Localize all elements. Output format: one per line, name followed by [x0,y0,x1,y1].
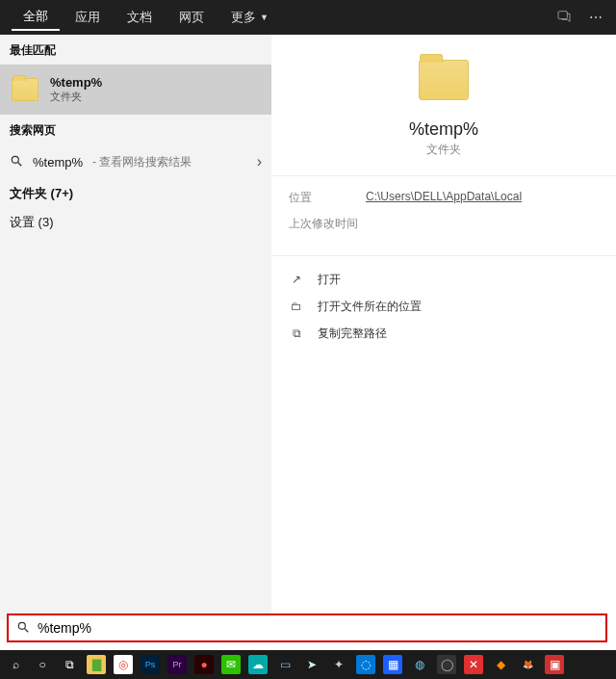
web-search-row[interactable]: %temp% - 查看网络搜索结果 › [0,144,271,179]
category-folders[interactable]: 文件夹 (7+) [0,179,271,208]
taskbar-disc-icon[interactable]: ◯ [437,655,456,674]
taskbar-cloud-icon[interactable]: ☁ [248,655,268,674]
copy-icon: ⧉ [289,326,304,340]
taskbar-puzzle-icon[interactable]: ✦ [329,655,348,674]
action-open-location-label: 打开文件所在的位置 [318,299,422,315]
taskbar-cortana-icon[interactable]: ○ [33,655,52,674]
result-title: %temp% [50,75,102,90]
taskbar: ⌕○⧉▇◎PsPr●✉☁▭➤✦◌▦◍◯✕◆🦊▣ [0,650,616,679]
search-tabs-bar: 全部 应用 文档 网页 更多 ▼ ⋯ [0,0,616,35]
tab-all[interactable]: 全部 [12,4,60,31]
search-main: 最佳匹配 %temp% 文件夹 搜索网页 %temp% - 查看网络搜索结果 ›… [0,35,616,620]
preview-title: %temp% [409,119,478,140]
action-open-location[interactable]: 🗀 打开文件所在的位置 [289,293,599,320]
taskbar-explorer-icon[interactable]: ▇ [87,655,106,674]
preview-actions: ↗ 打开 🗀 打开文件所在的位置 ⧉ 复制完整路径 [271,256,616,356]
preview-header: %temp% 文件夹 [271,35,616,176]
taskbar-red-x-icon[interactable]: ✕ [464,655,483,674]
folder-icon [419,60,469,100]
tab-docs[interactable]: 文档 [116,5,164,30]
svg-point-3 [18,622,25,629]
taskbar-search-box[interactable] [7,614,607,642]
taskbar-premiere-icon[interactable]: Pr [167,655,187,674]
search-web-header: 搜索网页 [0,115,271,144]
best-match-header: 最佳匹配 [0,35,271,65]
more-options-button[interactable]: ⋯ [589,10,604,25]
preview-metadata: 位置 C:\Users\DELL\AppData\Local 上次修改时间 [271,176,616,256]
action-open-label: 打开 [318,272,341,288]
taskbar-blue-circle-icon[interactable]: ◌ [356,655,375,674]
search-input[interactable] [38,620,598,636]
chevron-down-icon: ▼ [260,13,269,22]
action-copy-path[interactable]: ⧉ 复制完整路径 [289,320,599,347]
preview-subtitle: 文件夹 [426,142,461,158]
web-search-term: %temp% [33,155,83,170]
meta-location-value[interactable]: C:\Users\DELL\AppData\Local [366,190,522,206]
taskbar-firefox-icon[interactable]: 🦊 [518,655,537,674]
taskbar-taskview-icon[interactable]: ⧉ [60,655,79,674]
web-search-suffix: - 查看网络搜索结果 [92,154,192,170]
taskbar-search-icon[interactable]: ⌕ [6,655,25,674]
taskbar-orange-icon[interactable]: ◆ [491,655,510,674]
taskbar-monitor-icon[interactable]: ▭ [275,655,295,674]
taskbar-grid-icon[interactable]: ▦ [383,655,402,674]
svg-point-1 [12,156,18,163]
preview-pane: %temp% 文件夹 位置 C:\Users\DELL\AppData\Loca… [271,35,616,620]
svg-line-4 [25,628,29,632]
svg-line-2 [18,162,22,166]
search-icon [16,620,30,637]
taskbar-wechat-icon[interactable]: ✉ [221,655,241,674]
tab-more[interactable]: 更多 ▼ [219,5,280,30]
result-subtitle: 文件夹 [50,90,102,104]
meta-location-label: 位置 [289,190,366,206]
tab-apps[interactable]: 应用 [64,5,112,30]
taskbar-photoshop-icon[interactable]: Ps [141,655,160,674]
results-pane: 最佳匹配 %temp% 文件夹 搜索网页 %temp% - 查看网络搜索结果 ›… [0,35,271,620]
taskbar-app-red-icon[interactable]: ● [194,655,214,674]
tab-more-label: 更多 [231,9,256,26]
best-match-result[interactable]: %temp% 文件夹 [0,65,271,115]
folder-icon [12,78,38,101]
taskbar-steam-icon[interactable]: ➤ [302,655,321,674]
search-icon [10,154,23,170]
chevron-right-icon: › [257,153,262,170]
taskbar-red-square-icon[interactable]: ▣ [545,655,564,674]
meta-modified-label: 上次修改时间 [289,216,366,232]
open-icon: ↗ [289,273,304,286]
category-settings[interactable]: 设置 (3) [0,208,271,237]
tab-web[interactable]: 网页 [167,5,216,30]
action-copy-path-label: 复制完整路径 [318,326,387,342]
svg-rect-0 [558,11,567,18]
feedback-icon[interactable] [556,9,572,27]
taskbar-chrome-icon[interactable]: ◎ [114,655,133,674]
taskbar-globe-icon[interactable]: ◍ [410,655,429,674]
action-open[interactable]: ↗ 打开 [289,266,599,293]
folder-location-icon: 🗀 [289,300,304,313]
